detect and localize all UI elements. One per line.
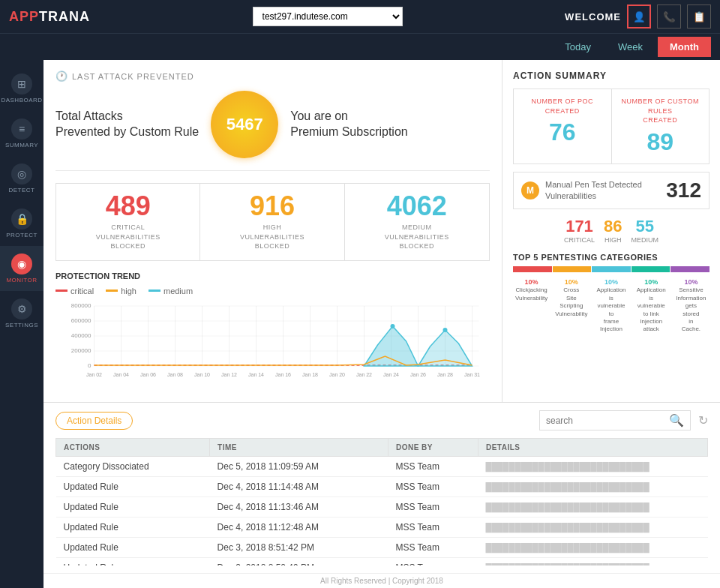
detect-icon: ◎ bbox=[11, 164, 32, 184]
table-row: Updated Rule Dec 4, 2018 11:13:46 AM MSS… bbox=[56, 497, 708, 518]
svg-text:Jan 24: Jan 24 bbox=[383, 372, 399, 377]
table-body: Category Dissociated Dec 5, 2018 11:09:5… bbox=[56, 457, 708, 566]
search-box: 🔍 bbox=[539, 410, 691, 430]
sidebar: ⊞ DASHBOARD ≡ SUMMARY ◎ DETECT 🔒 PROTECT… bbox=[0, 60, 44, 588]
search-input[interactable] bbox=[546, 416, 666, 426]
document-icon-button[interactable]: 📋 bbox=[687, 4, 711, 28]
clock-icon: 🕐 bbox=[56, 70, 68, 82]
action-details-button[interactable]: Action Details bbox=[56, 412, 133, 430]
medium-severity: 55 MEDIUM bbox=[632, 217, 659, 244]
chart-title: PROTECTION TREND bbox=[56, 272, 490, 280]
table-row: Updated Rule Dec 4, 2018 11:14:48 AM MSS… bbox=[56, 477, 708, 497]
legend-high: high bbox=[106, 286, 136, 296]
cell-details: ████████████████████████████ bbox=[478, 538, 707, 558]
legend-dot-medium bbox=[148, 290, 160, 292]
svg-text:400000: 400000 bbox=[71, 332, 92, 339]
top5-pct-1: 10% bbox=[513, 278, 550, 287]
welcome-label: WELCOME bbox=[565, 11, 621, 22]
phone-icon-button[interactable]: 📞 bbox=[657, 4, 681, 28]
sidebar-item-summary[interactable]: ≡ SUMMARY bbox=[0, 111, 44, 156]
bottom-section: Action Details 🔍 ↻ ACTIONS TIME DONE BY … bbox=[44, 402, 720, 573]
top-right-controls: WELCOME 👤 📞 📋 bbox=[565, 4, 711, 28]
top5-categories: 10% ClickjackingVulnerability 10% CrossS… bbox=[513, 278, 710, 334]
user-icon-button[interactable]: 👤 bbox=[627, 4, 651, 28]
cell-time: Dec 4, 2018 11:12:48 AM bbox=[210, 518, 388, 538]
domain-dropdown[interactable]: test297.indutese.com bbox=[253, 7, 403, 26]
manual-pen-label: Manual Pen Test DetectedVulnerabilities bbox=[545, 179, 642, 201]
table-row: Updated Rule Dec 4, 2018 11:12:48 AM MSS… bbox=[56, 518, 708, 538]
svg-text:Jan 18: Jan 18 bbox=[302, 372, 318, 377]
action-summary-title: ACTION SUMMARY bbox=[513, 70, 710, 81]
sidebar-item-protect[interactable]: 🔒 PROTECT bbox=[0, 201, 44, 246]
sidebar-item-settings[interactable]: ⚙ SETTINGS bbox=[0, 291, 44, 336]
high-vuln-label: HIGHVULNERABILITIESBLOCKED bbox=[208, 223, 336, 251]
svg-point-42 bbox=[391, 324, 395, 328]
chart-legend: critical high medium bbox=[56, 286, 490, 296]
cell-done-by: MSS Team bbox=[388, 538, 478, 558]
top5-pct-2: 10% bbox=[553, 278, 590, 287]
attacks-count: 5467 bbox=[211, 91, 278, 158]
svg-text:200000: 200000 bbox=[71, 347, 92, 354]
manual-pen-number: 312 bbox=[666, 178, 701, 202]
actions-table-scroll[interactable]: ACTIONS TIME DONE BY DETAILS Category Di… bbox=[56, 438, 708, 566]
chart-svg: 800000 600000 400000 200000 0 bbox=[56, 300, 490, 390]
top5-label-5: SensitiveInformationgetsstoredinCache. bbox=[673, 286, 710, 333]
sidebar-item-detect[interactable]: ◎ DETECT bbox=[0, 156, 44, 201]
last-attack-title: LAST ATTACK PREVENTED bbox=[72, 72, 194, 81]
svg-text:Jan 16: Jan 16 bbox=[275, 372, 291, 377]
legend-dot-high bbox=[106, 290, 118, 292]
high-count: 86 bbox=[604, 217, 622, 236]
protect-icon: 🔒 bbox=[11, 208, 32, 230]
footer: All Rights Reserved | Copyright 2018 bbox=[44, 573, 720, 588]
sidebar-label-protect: PROTECT bbox=[6, 232, 38, 238]
top5-label-3: ApplicationisvulnerabletoframeInjection bbox=[592, 286, 629, 333]
refresh-button[interactable]: ↻ bbox=[698, 413, 708, 428]
svg-text:Jan 04: Jan 04 bbox=[113, 372, 129, 377]
svg-marker-26 bbox=[418, 330, 472, 366]
legend-dot-critical bbox=[56, 290, 68, 292]
sidebar-label-detect: DETECT bbox=[9, 187, 35, 194]
svg-text:800000: 800000 bbox=[71, 302, 92, 309]
time-filter-bar: Today Week Month bbox=[0, 33, 720, 60]
cell-action: Updated Rule bbox=[56, 477, 210, 497]
top5-label-2: CrossSiteScriptingVulnerability bbox=[553, 286, 590, 318]
critical-vuln-number: 489 bbox=[64, 193, 192, 220]
sidebar-item-dashboard[interactable]: ⊞ DASHBOARD bbox=[0, 66, 44, 111]
sidebar-item-monitor[interactable]: ◉ MONITOR bbox=[0, 246, 44, 291]
summary-icon: ≡ bbox=[11, 118, 32, 140]
top5-pct-3: 10% bbox=[592, 278, 629, 287]
custom-rules-number: 89 bbox=[620, 128, 702, 156]
svg-text:600000: 600000 bbox=[71, 317, 92, 324]
vulnerability-grid: 489 CRITICALVULNERABILITIESBLOCKED 916 H… bbox=[56, 183, 490, 261]
logo-accent: APP bbox=[9, 9, 39, 24]
sidebar-label-summary: SUMMARY bbox=[5, 142, 38, 148]
svg-text:Jan 08: Jan 08 bbox=[167, 372, 183, 377]
medium-vuln-cell: 4062 MEDIUMVULNERABILITIESBLOCKED bbox=[345, 184, 489, 260]
high-vuln-number: 916 bbox=[208, 193, 336, 220]
legend-critical: critical bbox=[56, 286, 94, 296]
top5-cat-3: 10% ApplicationisvulnerabletoframeInject… bbox=[592, 278, 629, 334]
sidebar-label-dashboard: DASHBOARD bbox=[1, 97, 42, 104]
chart-section: PROTECTION TREND critical high medium bbox=[56, 272, 490, 390]
top5-label-4: Applicationisvulnerableto linkInjectiona… bbox=[633, 286, 670, 333]
manual-pen-row: M Manual Pen Test DetectedVulnerabilitie… bbox=[513, 172, 710, 209]
month-button[interactable]: Month bbox=[658, 37, 711, 57]
medium-label: MEDIUM bbox=[632, 236, 659, 244]
medium-vuln-label: MEDIUMVULNERABILITIESBLOCKED bbox=[352, 223, 482, 251]
cell-done-by: MSS Team bbox=[388, 497, 478, 518]
sidebar-label-monitor: MONITOR bbox=[6, 277, 37, 284]
top5-pct-4: 10% bbox=[633, 278, 670, 287]
today-button[interactable]: Today bbox=[553, 37, 603, 57]
top5-bar-5 bbox=[670, 266, 710, 272]
top5-bar-2 bbox=[553, 266, 592, 272]
top5-cat-4: 10% Applicationisvulnerableto linkInject… bbox=[633, 278, 670, 334]
custom-rules-label: NUMBER OF CUSTOM RULESCREATED bbox=[620, 97, 702, 125]
cell-action: Updated Rule bbox=[56, 497, 210, 518]
settings-icon: ⚙ bbox=[11, 298, 32, 320]
critical-label: CRITICAL bbox=[564, 236, 595, 244]
content-top: 🕐 LAST ATTACK PREVENTED Total Attacks Pr… bbox=[44, 60, 720, 402]
week-button[interactable]: Week bbox=[606, 37, 655, 57]
high-label: HIGH bbox=[604, 236, 622, 244]
custom-rules-card: NUMBER OF CUSTOM RULESCREATED 89 bbox=[612, 89, 710, 164]
medium-vuln-number: 4062 bbox=[352, 193, 482, 220]
